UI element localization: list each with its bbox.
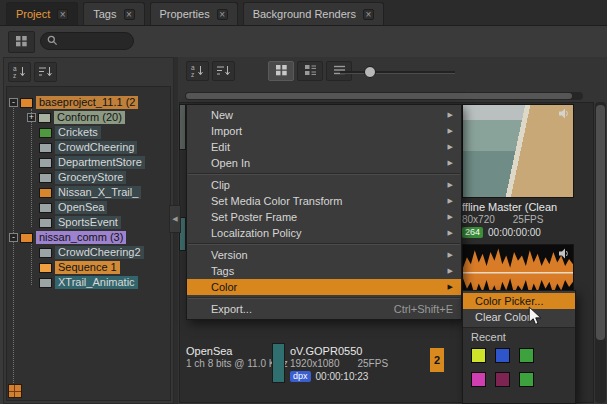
tree-item-crowdcheering[interactable]: CrowdCheering xyxy=(7,140,170,155)
recent-color-swatch[interactable] xyxy=(519,348,534,363)
clip-icon xyxy=(39,203,52,213)
menu-item-version[interactable]: Version▶ xyxy=(187,247,461,263)
speaker-icon xyxy=(558,248,570,261)
menu-item-export[interactable]: Export...Ctrl+Shift+E xyxy=(187,301,461,317)
tab-properties[interactable]: Properties× xyxy=(150,2,238,25)
tree-item-label: XTrail_Animatic xyxy=(55,276,138,289)
vertical-scrollbar-thumb[interactable] xyxy=(596,105,605,340)
tree-item-nissan-comm-3[interactable]: -nissan_comm (3) xyxy=(7,230,170,245)
tab-background-renders[interactable]: Background Renders× xyxy=(243,2,384,25)
tab-close-icon[interactable]: × xyxy=(124,9,135,20)
tree-item-sportsevent[interactable]: SportsEvent xyxy=(7,215,170,230)
tab-tags[interactable]: Tags× xyxy=(83,2,144,25)
tree-item-xtrail-animatic[interactable]: XTrail_Animatic xyxy=(7,275,170,290)
tree-item-label: GroceryStore xyxy=(55,171,126,184)
sort-order-icon xyxy=(216,64,231,79)
tree-indent xyxy=(7,117,27,118)
search-box[interactable] xyxy=(40,32,134,50)
tree-item-nissan-x-trail[interactable]: Nissan_X_Trail_ xyxy=(7,185,170,200)
clip-info-gopro[interactable]: oV.GOPR0550 1920x1080 25FPS dpx 00:00:10… xyxy=(290,345,388,382)
menu-item-label: Export... xyxy=(211,301,252,317)
tree-item-label: Sequence 1 xyxy=(55,261,120,274)
horizontal-scrollbar[interactable] xyxy=(185,92,583,100)
thumbnail-size-slider[interactable] xyxy=(340,65,455,79)
menu-item-open-in[interactable]: Open In▶ xyxy=(187,155,461,171)
recent-color-swatch[interactable] xyxy=(471,348,486,363)
browser-sort-order-button[interactable] xyxy=(212,61,235,81)
clip-thumbnail[interactable] xyxy=(272,343,285,383)
menu-item-import[interactable]: Import▶ xyxy=(187,123,461,139)
tree-expander[interactable]: - xyxy=(9,98,18,107)
menu-item-localization-policy[interactable]: Localization Policy▶ xyxy=(187,225,461,241)
slider-track[interactable] xyxy=(340,71,455,74)
tree-indent xyxy=(7,207,39,208)
tree-item-label: baseproject_11.1 (2 xyxy=(36,96,138,109)
recent-color-swatch[interactable] xyxy=(519,372,534,387)
menu-item-edit[interactable]: Edit▶ xyxy=(187,139,461,155)
tree-item-baseproject-11-1-2[interactable]: -baseproject_11.1 (2 xyxy=(7,95,170,110)
tree-item-grocerystore[interactable]: GroceryStore xyxy=(7,170,170,185)
clip-icon xyxy=(39,188,52,198)
recent-color-swatch[interactable] xyxy=(495,348,510,363)
detail-view-button[interactable] xyxy=(297,61,323,81)
recent-color-swatch[interactable] xyxy=(495,372,510,387)
sort-alpha-icon: az xyxy=(12,65,27,80)
tree-item-label: CrowdCheering xyxy=(55,141,137,154)
menu-item-set-poster-frame[interactable]: Set Poster Frame▶ xyxy=(187,209,461,225)
tab-close-icon[interactable]: × xyxy=(363,9,374,20)
menu-item-set-media-color-transform[interactable]: Set Media Color Transform▶ xyxy=(187,193,461,209)
tree-indent xyxy=(7,162,39,163)
search-input[interactable] xyxy=(62,34,126,48)
tab-project[interactable]: Project× xyxy=(6,2,78,25)
clip-timecode: 00:00:10:23 xyxy=(316,371,369,382)
layout-grid-button[interactable] xyxy=(8,31,35,53)
submenu-arrow-icon: ▶ xyxy=(448,139,453,155)
submenu-item-color-picker[interactable]: Color Picker... xyxy=(463,293,575,309)
clip-thumbnail[interactable] xyxy=(179,104,186,150)
tree-item-crickets[interactable]: Crickets xyxy=(7,125,170,140)
tree-expander[interactable]: + xyxy=(27,113,36,122)
menu-item-label: Open In xyxy=(211,155,250,171)
tab-close-icon[interactable]: × xyxy=(57,9,68,20)
clip-fps: 25FPS xyxy=(358,358,389,369)
bin-icon xyxy=(20,233,33,243)
tree-indent xyxy=(7,222,39,223)
menu-item-label: New xyxy=(211,107,233,123)
recent-color-swatch[interactable] xyxy=(471,372,486,387)
menu-item-tags[interactable]: Tags▶ xyxy=(187,263,461,279)
vertical-scrollbar[interactable] xyxy=(595,102,606,403)
submenu-arrow-icon: ▶ xyxy=(448,279,453,295)
submenu-item-clear-color[interactable]: Clear Color xyxy=(463,309,575,325)
browser-sort-alpha-button[interactable]: az xyxy=(186,61,209,81)
tree-sort-alpha-button[interactable]: az xyxy=(8,62,31,82)
horizontal-scrollbar-thumb[interactable] xyxy=(186,93,572,99)
tab-label: Background Renders xyxy=(253,8,356,20)
tree-toolbar: az xyxy=(4,58,173,86)
clip-timecode: 00:00:00:00 xyxy=(488,227,541,238)
tree-item-opensea[interactable]: OpenSea xyxy=(7,200,170,215)
tree-indent xyxy=(7,192,39,193)
thumbnail-view-button[interactable] xyxy=(268,61,294,81)
clip-icon xyxy=(39,278,52,288)
clip-icon xyxy=(39,143,52,153)
tree-item-conform-20[interactable]: +Conform (20) xyxy=(7,110,170,125)
tab-close-icon[interactable]: × xyxy=(217,9,228,20)
menu-item-clip[interactable]: Clip▶ xyxy=(187,177,461,193)
submenu-arrow-icon: ▶ xyxy=(448,263,453,279)
tab-bar: Project×Tags×Properties×Background Rende… xyxy=(0,0,607,26)
tree-expander[interactable]: - xyxy=(9,233,18,242)
tree-item-departmentstore[interactable]: DepartmentStore xyxy=(7,155,170,170)
clip-thumbnail[interactable] xyxy=(462,104,574,198)
tree-sort-order-button[interactable] xyxy=(34,62,57,82)
menu-item-label: Set Poster Frame xyxy=(211,209,297,225)
clip-cell-offline-master[interactable]: ffline Master (Clean 80x720 25FPS 264 00… xyxy=(462,104,574,238)
recent-colors-section: Recent xyxy=(463,327,575,403)
tree-item-crowdcheering2[interactable]: CrowdCheering2 xyxy=(7,245,170,260)
menu-item-color[interactable]: Color▶ xyxy=(187,279,461,295)
clip-resolution: 1920x1080 xyxy=(290,358,340,369)
submenu-arrow-icon: ▶ xyxy=(448,209,453,225)
slider-knob[interactable] xyxy=(364,66,376,78)
tree-item-sequence-1[interactable]: Sequence 1 xyxy=(7,260,170,275)
splitter-collapse-button[interactable]: ◀ xyxy=(169,205,181,233)
menu-item-new[interactable]: New▶ xyxy=(187,107,461,123)
